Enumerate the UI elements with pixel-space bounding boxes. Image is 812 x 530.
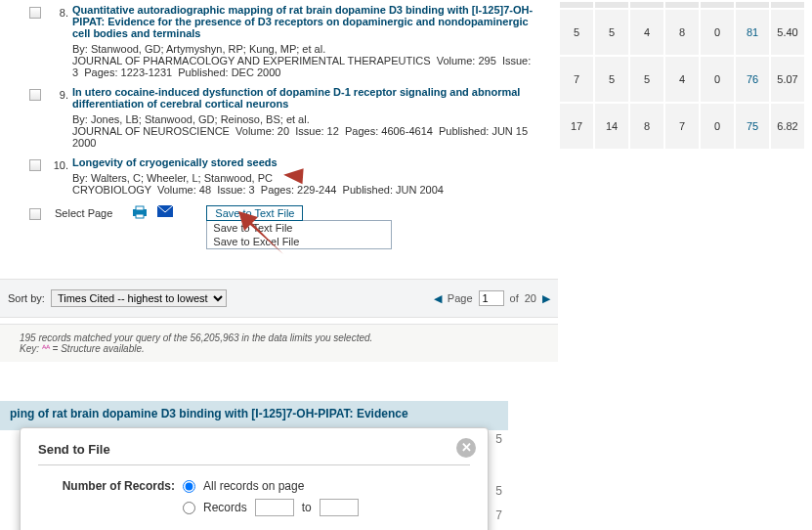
save-dropdown: Save to Text File Save to Excel File <box>206 220 392 249</box>
times-cited-link[interactable]: 81 <box>735 9 770 56</box>
result-authors: By: Stanwood, GD; Artymyshyn, RP; Kung, … <box>72 43 548 55</box>
times-cited-link[interactable]: 75 <box>735 103 770 150</box>
page-total: 20 <box>525 292 536 304</box>
save-to-file-button[interactable]: Save to Text File <box>206 205 303 221</box>
row-checkbox[interactable] <box>29 159 41 171</box>
close-icon[interactable]: ✕ <box>456 438 476 458</box>
result-row: 9. In utero cocaine-induced dysfunction … <box>29 82 558 153</box>
records-range-label: Records <box>203 501 247 514</box>
result-title-link[interactable]: In utero cocaine-induced dysfunction of … <box>72 86 548 110</box>
sort-label: Sort by: <box>8 292 45 304</box>
result-journal: JOURNAL OF NEUROSCIENCE Volume: 20 Issue… <box>72 125 548 149</box>
records-range-radio[interactable] <box>183 502 195 514</box>
result-row: 10. Longevity of cryogenically stored se… <box>29 153 558 199</box>
page-prev-button[interactable]: ◀ <box>434 292 442 305</box>
row-checkbox[interactable] <box>29 7 41 19</box>
result-number: 8. <box>51 4 72 19</box>
svg-rect-2 <box>136 214 144 218</box>
select-page-checkbox[interactable] <box>29 208 41 220</box>
result-title-link[interactable]: Longevity of cryogenically stored seeds <box>72 156 548 168</box>
range-to-label: to <box>302 501 312 514</box>
all-records-radio[interactable] <box>183 480 195 493</box>
table-row: 55480815.40 <box>559 9 805 56</box>
background-title-fragment: ping of rat brain dopamine D3 binding wi… <box>0 401 508 430</box>
table-row: 1714870756.82 <box>559 103 805 150</box>
result-journal: CRYOBIOLOGY Volume: 48 Issue: 3 Pages: 2… <box>72 184 548 196</box>
page-input[interactable] <box>479 290 504 306</box>
select-page-label: Select Page <box>55 205 112 219</box>
dialog-title: Send to File <box>38 442 470 465</box>
num-records-label: Number of Records: <box>38 479 175 493</box>
result-number: 10. <box>51 156 72 171</box>
range-from-input[interactable] <box>255 499 294 516</box>
table-row: 75540765.07 <box>559 56 805 103</box>
print-icon[interactable] <box>132 205 148 221</box>
result-journal: JOURNAL OF PHARMACOLOGY AND EXPERIMENTAL… <box>72 55 548 78</box>
save-excel-option[interactable]: Save to Excel File <box>207 235 391 248</box>
result-authors: By: Jones, LB; Stanwood, GD; Reinoso, BS… <box>72 113 548 125</box>
bg-metric: 7 <box>495 508 502 522</box>
footer-note: 195 records matched your query of the 56… <box>0 324 558 362</box>
send-to-file-dialog: ✕ Send to File Number of Records: All re… <box>20 427 489 530</box>
page-next-button[interactable]: ▶ <box>542 292 550 305</box>
svg-rect-1 <box>136 206 144 210</box>
metrics-table: 55480815.40 75540765.07 1714870756.82 <box>558 0 806 151</box>
bg-metric: 5 <box>495 432 502 446</box>
row-checkbox[interactable] <box>29 89 41 101</box>
times-cited-link[interactable]: 76 <box>735 56 770 103</box>
all-records-label: All records on page <box>203 479 304 493</box>
save-text-option[interactable]: Save to Text File <box>207 221 391 235</box>
result-title-link[interactable]: Quantitative autoradiographic mapping of… <box>72 4 548 39</box>
page-word: Page <box>448 292 473 304</box>
page-of: of <box>510 292 519 304</box>
result-authors: By: Walters, C; Wheeler, L; Stanwood, PC <box>72 172 548 184</box>
result-row: 8. Quantitative autoradiographic mapping… <box>29 0 558 82</box>
result-number: 9. <box>51 86 72 101</box>
bg-metric: 5 <box>495 484 502 498</box>
email-icon[interactable] <box>157 205 173 219</box>
range-to-input[interactable] <box>320 499 359 516</box>
sort-select[interactable]: Times Cited -- highest to lowest <box>51 289 227 307</box>
